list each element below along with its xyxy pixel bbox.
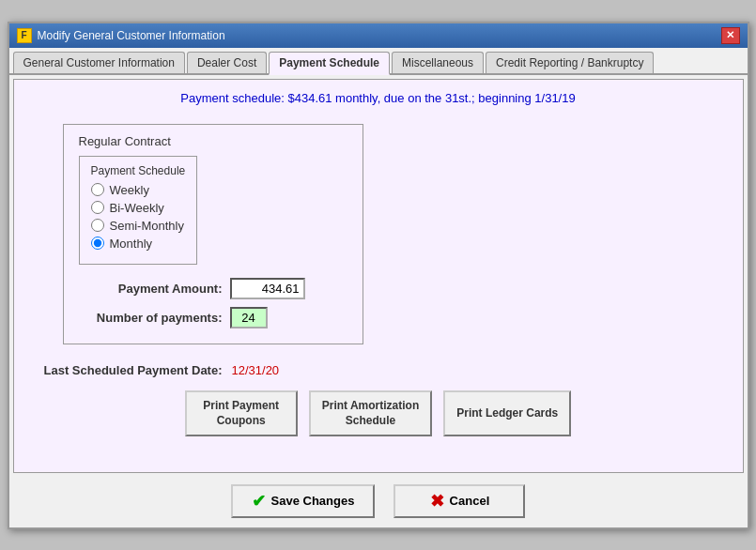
group-title: Regular Contract xyxy=(79,134,347,148)
option-weekly-radio[interactable] xyxy=(91,183,104,196)
option-biweekly-label: Bi-Weekly xyxy=(110,201,164,215)
payment-amount-input[interactable] xyxy=(230,278,305,299)
print-amortization-button[interactable]: Print AmortizationSchedule xyxy=(309,390,433,437)
x-icon: ✖ xyxy=(430,491,444,512)
tab-credit[interactable]: Credit Reporting / Bankruptcy xyxy=(486,52,654,73)
tab-payment[interactable]: Payment Schedule xyxy=(269,52,390,75)
option-semimonthly-radio[interactable] xyxy=(91,219,104,232)
schedule-options-group: Payment Schedule Weekly Bi-Weekly Semi-M… xyxy=(79,156,198,265)
regular-contract-group: Regular Contract Payment Schedule Weekly… xyxy=(63,124,363,344)
last-payment-row: Last Scheduled Payment Date: 12/31/20 xyxy=(44,363,732,377)
num-payments-label: Number of payments: xyxy=(86,311,223,325)
tab-misc[interactable]: Miscellaneous xyxy=(392,52,484,73)
option-weekly-row: Weekly xyxy=(91,183,186,197)
main-window: F Modify General Customer Information ✕ … xyxy=(8,22,749,529)
option-semimonthly-row: Semi-Monthly xyxy=(91,219,186,233)
content-area: Payment schedule: $434.61 monthly, due o… xyxy=(13,79,744,473)
num-payments-row: Number of payments: xyxy=(86,307,347,328)
window-title: Modify General Customer Information xyxy=(38,29,225,42)
option-weekly-label: Weekly xyxy=(110,183,149,197)
close-button[interactable]: ✕ xyxy=(721,27,740,44)
save-label: Save Changes xyxy=(271,494,355,508)
option-monthly-label: Monthly xyxy=(110,237,153,251)
last-payment-value: 12/31/20 xyxy=(232,363,280,377)
option-monthly-row: Monthly xyxy=(91,237,186,251)
print-coupons-button[interactable]: Print PaymentCoupons xyxy=(185,390,298,437)
payment-amount-label: Payment Amount: xyxy=(86,282,223,296)
tab-bar: General Customer Information Dealer Cost… xyxy=(9,48,748,75)
option-monthly-radio[interactable] xyxy=(91,237,104,250)
title-bar: F Modify General Customer Information ✕ xyxy=(9,23,748,48)
option-semimonthly-label: Semi-Monthly xyxy=(110,219,184,233)
print-ledger-button[interactable]: Print Ledger Cards xyxy=(443,390,571,437)
app-icon: F xyxy=(17,28,32,43)
option-biweekly-radio[interactable] xyxy=(91,201,104,214)
last-payment-label: Last Scheduled Payment Date: xyxy=(44,363,223,377)
check-icon: ✔ xyxy=(252,491,266,512)
save-button[interactable]: ✔ Save Changes xyxy=(231,484,376,518)
num-payments-input[interactable] xyxy=(230,307,268,328)
schedule-header: Payment schedule: $434.61 monthly, due o… xyxy=(25,91,732,105)
payment-amount-row: Payment Amount: xyxy=(86,278,347,299)
tab-dealer[interactable]: Dealer Cost xyxy=(187,52,267,73)
option-biweekly-row: Bi-Weekly xyxy=(91,201,186,215)
bottom-buttons: Print PaymentCoupons Print AmortizationS… xyxy=(25,390,732,437)
cancel-label: Cancel xyxy=(450,494,490,508)
cancel-button[interactable]: ✖ Cancel xyxy=(393,484,525,518)
footer: ✔ Save Changes ✖ Cancel xyxy=(9,477,748,527)
schedule-group-label: Payment Schedule xyxy=(91,164,186,177)
tab-general[interactable]: General Customer Information xyxy=(13,52,185,73)
